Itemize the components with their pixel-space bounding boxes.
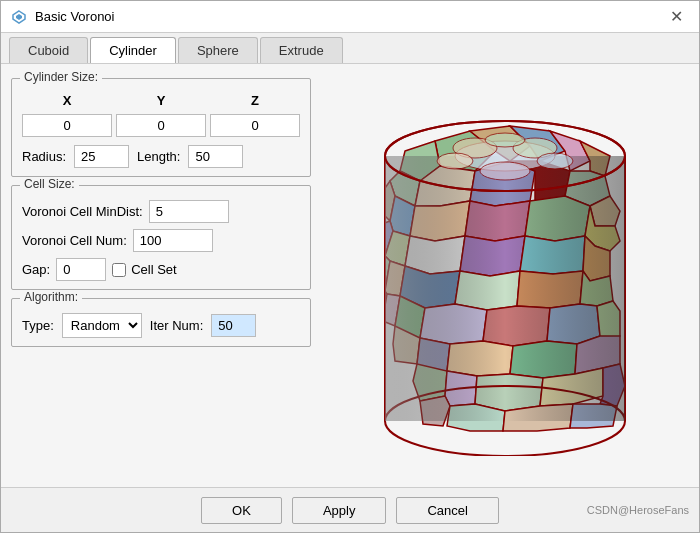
x-input[interactable]: [22, 114, 112, 137]
length-label: Length:: [137, 149, 180, 164]
cylinder-size-group: Cylinder Size: X Y Z Radius: Length:: [11, 78, 311, 177]
cellnum-input[interactable]: [133, 229, 213, 252]
left-panel: Cylinder Size: X Y Z Radius: Length:: [11, 74, 311, 477]
y-header: Y: [116, 93, 206, 108]
xyz-inputs: [22, 114, 300, 137]
algorithm-row: Type: Random Grid Halton Iter Num:: [22, 313, 300, 338]
cell-size-label: Cell Size:: [20, 177, 79, 191]
voronoi-preview: [355, 96, 655, 456]
gap-label: Gap:: [22, 262, 50, 277]
app-icon: [11, 9, 27, 25]
close-button[interactable]: ✕: [664, 5, 689, 28]
type-label: Type:: [22, 318, 54, 333]
cylinder-size-label: Cylinder Size:: [20, 70, 102, 84]
radius-label: Radius:: [22, 149, 66, 164]
radius-input[interactable]: [74, 145, 129, 168]
window-title: Basic Voronoi: [35, 9, 115, 24]
type-select[interactable]: Random Grid Halton: [62, 313, 142, 338]
right-panel: [321, 74, 689, 477]
tabs-bar: Cuboid Cylinder Sphere Extrude: [1, 33, 699, 64]
cellset-checkbox-label[interactable]: Cell Set: [112, 262, 177, 277]
svg-point-65: [537, 153, 573, 169]
tab-extrude[interactable]: Extrude: [260, 37, 343, 63]
y-input[interactable]: [116, 114, 206, 137]
tab-cylinder[interactable]: Cylinder: [90, 37, 176, 63]
apply-button[interactable]: Apply: [292, 497, 387, 524]
watermark-text: CSDN@HeroseFans: [587, 504, 689, 516]
cancel-button[interactable]: Cancel: [396, 497, 498, 524]
iternum-label: Iter Num:: [150, 318, 203, 333]
cellnum-row: Voronoi Cell Num:: [22, 229, 300, 252]
x-header: X: [22, 93, 112, 108]
mindist-input[interactable]: [149, 200, 229, 223]
main-window: Basic Voronoi ✕ Cuboid Cylinder Sphere E…: [0, 0, 700, 533]
mindist-row: Voronoi Cell MinDist:: [22, 200, 300, 223]
xyz-headers: X Y Z: [22, 93, 300, 108]
title-bar-left: Basic Voronoi: [11, 9, 115, 25]
gap-input[interactable]: [56, 258, 106, 281]
svg-point-67: [485, 133, 525, 147]
length-input[interactable]: [188, 145, 243, 168]
algorithm-label: Algorithm:: [20, 290, 82, 304]
gap-row: Gap: Cell Set: [22, 258, 300, 281]
z-input[interactable]: [210, 114, 300, 137]
radius-length-row: Radius: Length:: [22, 145, 300, 168]
footer: OK Apply Cancel CSDN@HeroseFans: [1, 487, 699, 532]
preview-container: [345, 86, 665, 466]
algorithm-group: Algorithm: Type: Random Grid Halton Iter…: [11, 298, 311, 347]
ok-button[interactable]: OK: [201, 497, 282, 524]
tab-sphere[interactable]: Sphere: [178, 37, 258, 63]
svg-marker-1: [16, 14, 22, 20]
cellset-checkbox[interactable]: [112, 263, 126, 277]
svg-point-66: [480, 162, 530, 180]
mindist-label: Voronoi Cell MinDist:: [22, 204, 143, 219]
svg-rect-59: [385, 156, 625, 421]
cellset-label: Cell Set: [131, 262, 177, 277]
tab-cuboid[interactable]: Cuboid: [9, 37, 88, 63]
z-header: Z: [210, 93, 300, 108]
svg-point-64: [437, 153, 473, 169]
cell-size-group: Cell Size: Voronoi Cell MinDist: Voronoi…: [11, 185, 311, 290]
iternum-input[interactable]: [211, 314, 256, 337]
content-area: Cylinder Size: X Y Z Radius: Length:: [1, 64, 699, 487]
title-bar: Basic Voronoi ✕: [1, 1, 699, 33]
cellnum-label: Voronoi Cell Num:: [22, 233, 127, 248]
